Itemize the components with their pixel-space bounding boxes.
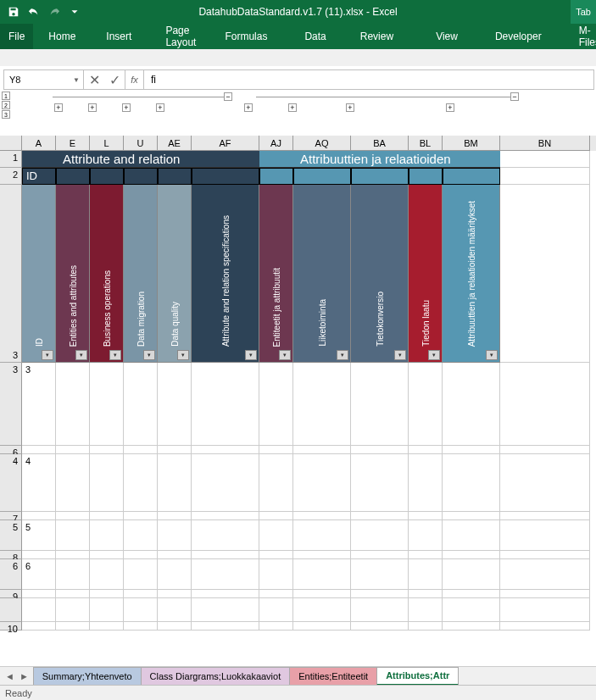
filter-dropdown[interactable]: ▾ <box>143 350 155 360</box>
cell[interactable] <box>443 454 500 512</box>
ribbon-tab-review[interactable]: Review <box>352 24 402 49</box>
cell[interactable] <box>158 622 192 631</box>
cell[interactable] <box>192 590 259 598</box>
cell[interactable] <box>158 520 192 551</box>
cell[interactable] <box>409 622 443 631</box>
cell[interactable] <box>409 598 443 622</box>
cell[interactable] <box>192 559 259 590</box>
cell[interactable] <box>409 559 443 590</box>
cell[interactable] <box>443 512 500 520</box>
cell[interactable] <box>500 520 590 551</box>
filter-dropdown[interactable]: ▾ <box>428 350 440 360</box>
row-header[interactable] <box>0 598 22 622</box>
row-header[interactable]: 7 <box>0 512 22 520</box>
cell[interactable] <box>500 559 590 590</box>
cell[interactable] <box>259 551 293 559</box>
cell[interactable] <box>293 512 351 520</box>
cell[interactable]: 6 <box>22 559 56 590</box>
column-header-cell[interactable]: Liiketoiminta▾ <box>293 185 351 363</box>
cell[interactable] <box>259 454 293 512</box>
cell[interactable] <box>259 168 293 185</box>
cell[interactable] <box>22 622 56 631</box>
row-header[interactable]: 3 <box>0 363 22 446</box>
column-header-cell[interactable]: Entities and attributes▾ <box>56 185 90 363</box>
column-header-cell[interactable]: ID▾ <box>22 185 56 363</box>
outline-expand-button[interactable]: + <box>244 103 253 112</box>
cell[interactable] <box>293 551 351 559</box>
cell[interactable] <box>90 622 124 631</box>
cell[interactable] <box>351 622 409 631</box>
column-header-cell[interactable]: Tietokonversio▾ <box>351 185 409 363</box>
cell[interactable] <box>500 363 590 446</box>
save-button[interactable] <box>5 3 22 20</box>
prev-sheet-button[interactable]: ◄ <box>5 671 14 681</box>
ribbon-tab-home[interactable]: Home <box>40 24 84 49</box>
cell[interactable] <box>124 446 158 454</box>
cell[interactable] <box>351 454 409 512</box>
cell[interactable] <box>259 512 293 520</box>
cell[interactable] <box>124 454 158 512</box>
row-header[interactable]: 4 <box>0 454 22 512</box>
cell[interactable] <box>90 454 124 512</box>
contextual-tab[interactable]: Tab <box>571 0 596 24</box>
cell[interactable] <box>158 363 192 446</box>
cell[interactable] <box>124 512 158 520</box>
cell[interactable] <box>90 590 124 598</box>
ribbon-tab-file[interactable]: File <box>0 24 33 49</box>
qat-dropdown[interactable] <box>66 3 83 20</box>
cell[interactable] <box>293 590 351 598</box>
ribbon-tab-formulas[interactable]: Formulas <box>216 24 276 49</box>
next-sheet-button[interactable]: ► <box>19 671 29 681</box>
cell[interactable] <box>90 363 124 446</box>
filter-dropdown[interactable]: ▾ <box>394 350 406 360</box>
cell[interactable]: ID <box>22 168 56 185</box>
enter-formula-button[interactable]: ✓ <box>104 70 125 89</box>
cell[interactable] <box>158 559 192 590</box>
cell[interactable] <box>409 520 443 551</box>
cell[interactable] <box>293 363 351 446</box>
cell[interactable] <box>192 446 259 454</box>
sheet-tab[interactable]: Summary;Yhteenveto <box>33 667 142 686</box>
ribbon-tab-data[interactable]: Data <box>296 24 334 49</box>
outline-expand-button[interactable]: + <box>88 103 97 112</box>
cell[interactable] <box>22 446 56 454</box>
cell[interactable] <box>293 168 351 185</box>
cell[interactable] <box>351 446 409 454</box>
cell[interactable] <box>351 520 409 551</box>
cell[interactable] <box>124 168 158 185</box>
cell[interactable] <box>443 551 500 559</box>
cell[interactable] <box>500 512 590 520</box>
cell[interactable] <box>409 551 443 559</box>
column-header-cell[interactable]: Business operations▾ <box>90 185 124 363</box>
sheet-tab[interactable]: Entities;Entiteetit <box>289 667 377 686</box>
cell[interactable] <box>56 559 90 590</box>
col-header[interactable]: BL <box>409 136 443 151</box>
cell[interactable]: 5 <box>22 520 56 551</box>
cell[interactable] <box>124 520 158 551</box>
cell[interactable] <box>56 598 90 622</box>
cell[interactable] <box>293 622 351 631</box>
outline-expand-button[interactable]: + <box>122 103 131 112</box>
col-header[interactable]: BN <box>500 136 590 151</box>
cell[interactable] <box>56 168 90 185</box>
cell[interactable] <box>409 168 443 185</box>
sheet-tab[interactable]: Class Diargrams;Luokkakaaviot <box>141 667 291 686</box>
sheet-tab[interactable]: Attributes;Attr <box>376 667 459 686</box>
col-header[interactable]: BM <box>443 136 500 151</box>
cell[interactable] <box>90 551 124 559</box>
cell[interactable] <box>56 622 90 631</box>
cell[interactable] <box>351 559 409 590</box>
row-header[interactable]: 2 <box>0 168 22 185</box>
namebox-dropdown-icon[interactable]: ▼ <box>73 76 80 84</box>
cell[interactable] <box>443 168 500 185</box>
filter-dropdown[interactable]: ▾ <box>279 350 291 360</box>
cell[interactable] <box>22 598 56 622</box>
cell[interactable] <box>443 559 500 590</box>
cell[interactable] <box>22 512 56 520</box>
col-header[interactable]: A <box>22 136 56 151</box>
filter-dropdown[interactable]: ▾ <box>245 350 257 360</box>
cell[interactable] <box>293 520 351 551</box>
cell[interactable] <box>293 446 351 454</box>
row-header[interactable]: 8 <box>0 551 22 559</box>
name-box[interactable]: Y8▼ <box>4 70 84 89</box>
